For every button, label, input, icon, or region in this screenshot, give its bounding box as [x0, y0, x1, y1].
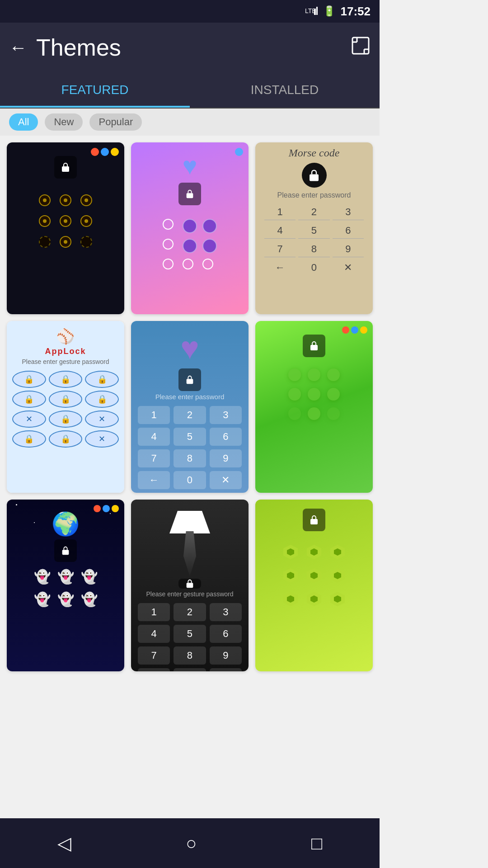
filter-new[interactable]: New — [45, 113, 83, 131]
svg-rect-2 — [316, 7, 318, 15]
svg-rect-1 — [314, 9, 316, 15]
theme-card-8[interactable]: Please enter gesture password 1 2 3 4 5 … — [131, 500, 249, 671]
theme-card-6[interactable] — [255, 321, 373, 493]
theme-card-3[interactable]: Morse code Please enter password 1 2 3 4… — [255, 142, 373, 314]
theme-card-1[interactable] — [7, 142, 124, 314]
nav-recents-button[interactable]: □ — [311, 833, 322, 854]
theme-card-5[interactable]: ♥ Please enter password 123 456 789 ←0✕ — [131, 321, 249, 493]
tab-featured[interactable]: FEATURED — [0, 72, 190, 108]
filter-bar: All New Popular — [0, 108, 380, 136]
nav-back-button[interactable]: ◁ — [57, 833, 71, 854]
svg-rect-9 — [187, 193, 193, 198]
battery-icon: 🔋 — [323, 5, 335, 17]
signal-icon: LTE — [305, 5, 318, 18]
svg-rect-8 — [62, 166, 69, 172]
filter-popular[interactable]: Popular — [89, 113, 142, 131]
themes-grid: ♥ Morse code Please enter p — [0, 136, 380, 678]
svg-rect-14 — [187, 583, 193, 588]
theme-card-2[interactable]: ♥ — [131, 142, 249, 314]
svg-rect-12 — [310, 345, 318, 350]
bottom-nav: ◁ ○ □ — [0, 818, 380, 868]
time-display: 17:52 — [341, 5, 371, 19]
svg-rect-11 — [187, 379, 193, 384]
theme-card-7[interactable]: 🌍 👻 👻 👻 👻 👻 👻 — [7, 500, 124, 671]
svg-rect-3 — [352, 38, 369, 54]
tabs-bar: FEATURED INSTALLED — [0, 72, 380, 108]
theme-card-9[interactable] — [255, 500, 373, 671]
svg-rect-13 — [62, 550, 69, 555]
status-bar: LTE 🔋 17:52 — [0, 0, 380, 23]
toolbar: ← Themes — [0, 23, 380, 72]
tab-installed[interactable]: INSTALLED — [190, 72, 380, 108]
svg-rect-15 — [310, 519, 318, 524]
filter-all[interactable]: All — [9, 113, 38, 131]
crop-button[interactable] — [351, 36, 371, 60]
svg-rect-10 — [310, 174, 319, 181]
nav-home-button[interactable]: ○ — [186, 833, 197, 854]
back-button[interactable]: ← — [9, 38, 27, 58]
theme-card-4[interactable]: ⚾ AppLock Please enter gesture password … — [7, 321, 124, 493]
page-title: Themes — [36, 34, 342, 61]
